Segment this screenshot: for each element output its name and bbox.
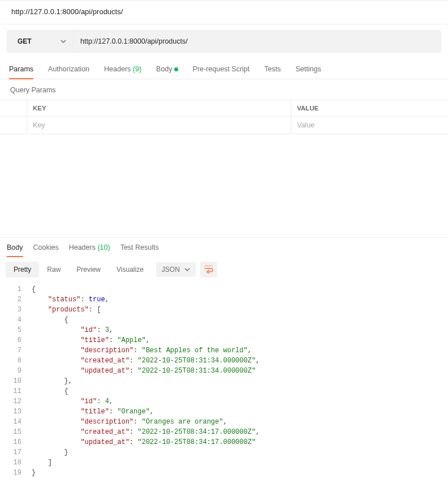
- code-text: },: [32, 376, 72, 386]
- code-line: 9 "updated_at": "2022-10-25T08:31:34.000…: [0, 366, 448, 376]
- line-number: 7: [0, 345, 32, 356]
- code-text: "description": "Oranges are orange",: [32, 417, 227, 427]
- line-number: 2: [0, 294, 32, 305]
- line-number: 6: [0, 335, 32, 345]
- view-visualize-button[interactable]: Visualize: [109, 262, 152, 277]
- line-number: 18: [0, 458, 32, 468]
- code-line: 14 "description": "Oranges are orange",: [0, 417, 448, 427]
- code-text: "id": 4,: [32, 396, 113, 407]
- view-raw-button[interactable]: Raw: [39, 262, 68, 277]
- wrap-icon: [204, 266, 213, 274]
- resp-tab-testresults-label: Test Results: [120, 244, 159, 251]
- key-header: KEY: [27, 100, 291, 116]
- code-line: 2 "status": true,: [0, 294, 448, 305]
- code-line: 19}: [0, 468, 448, 478]
- tab-authorization[interactable]: Authorization: [48, 61, 89, 79]
- code-line: 1{: [0, 284, 448, 294]
- line-number: 4: [0, 315, 32, 325]
- query-params-empty-row[interactable]: Key Value: [0, 117, 448, 134]
- tab-headers-count: (9): [133, 65, 141, 73]
- row-handle: [0, 117, 27, 134]
- code-text: }: [32, 468, 36, 478]
- view-preview-button[interactable]: Preview: [68, 262, 109, 277]
- view-pretty-button[interactable]: Pretty: [6, 262, 39, 277]
- tab-authorization-label: Authorization: [48, 65, 89, 73]
- code-text: {: [32, 386, 68, 396]
- line-number: 10: [0, 376, 32, 386]
- row-handle: [0, 100, 27, 116]
- tab-body[interactable]: Body: [156, 61, 178, 79]
- code-text: {: [32, 284, 36, 294]
- resp-tab-body-label: Body: [7, 244, 23, 251]
- format-select-label: JSON: [162, 266, 180, 274]
- resp-tab-cookies[interactable]: Cookies: [33, 238, 59, 257]
- response-tabs: Body Cookies Headers (10) Test Results: [0, 238, 448, 257]
- code-line: 5 "id": 3,: [0, 325, 448, 335]
- format-select[interactable]: JSON: [156, 262, 196, 277]
- url-input[interactable]: [80, 37, 434, 45]
- tab-headers[interactable]: Headers (9): [104, 61, 141, 79]
- code-text: "created_at": "2022-10-25T08:31:34.00000…: [32, 356, 260, 366]
- request-tab-title: http://127.0.0.1:8000/api/products/: [0, 0, 448, 24]
- response-code[interactable]: 1{2 "status": true,3 "products": [4 {5 "…: [0, 282, 448, 485]
- query-params-header-row: KEY VALUE: [0, 100, 448, 117]
- resp-tab-headers[interactable]: Headers (10): [69, 238, 110, 257]
- tab-settings-label: Settings: [295, 65, 321, 73]
- tab-tests-label: Tests: [264, 65, 281, 73]
- code-text: "title": "Apple",: [32, 335, 150, 345]
- tab-title-text: http://127.0.0.1:8000/api/products/: [11, 7, 123, 16]
- code-text: "title": "Orange",: [32, 407, 154, 417]
- resp-tab-headers-label: Headers: [69, 244, 96, 251]
- query-params-table: KEY VALUE Key Value: [0, 100, 448, 134]
- response-panel: Body Cookies Headers (10) Test Results P…: [0, 237, 448, 485]
- resp-tab-testresults[interactable]: Test Results: [120, 238, 159, 257]
- code-text: "created_at": "2022-10-25T08:34:17.00000…: [32, 427, 260, 437]
- wrap-lines-button[interactable]: [200, 262, 217, 277]
- code-line: 18 ]: [0, 458, 448, 468]
- line-number: 11: [0, 386, 32, 396]
- tab-params-label: Params: [9, 65, 33, 73]
- tab-prerequest[interactable]: Pre-request Script: [193, 61, 250, 79]
- code-line: 4 {: [0, 315, 448, 325]
- line-number: 13: [0, 407, 32, 417]
- tab-settings[interactable]: Settings: [295, 61, 321, 79]
- tab-body-label: Body: [156, 65, 173, 73]
- request-row: GET: [7, 30, 441, 53]
- code-line: 6 "title": "Apple",: [0, 335, 448, 345]
- code-text: ]: [32, 458, 52, 468]
- code-text: "updated_at": "2022-10-25T08:34:17.00000…: [32, 437, 256, 447]
- line-number: 9: [0, 366, 32, 376]
- code-line: 15 "created_at": "2022-10-25T08:34:17.00…: [0, 427, 448, 437]
- value-header: VALUE: [291, 100, 448, 116]
- value-input[interactable]: Value: [291, 117, 448, 134]
- code-line: 10 },: [0, 376, 448, 386]
- tab-headers-label: Headers: [104, 65, 131, 73]
- resp-tab-body[interactable]: Body: [7, 238, 23, 257]
- tab-params[interactable]: Params: [9, 61, 33, 79]
- code-line: 16 "updated_at": "2022-10-25T08:34:17.00…: [0, 437, 448, 447]
- line-number: 1: [0, 284, 32, 294]
- line-number: 3: [0, 305, 32, 315]
- code-line: 3 "products": [: [0, 305, 448, 315]
- http-method-select[interactable]: GET: [7, 31, 74, 52]
- line-number: 15: [0, 427, 32, 437]
- resp-tab-headers-count: (10): [97, 244, 110, 251]
- code-line: 17 }: [0, 447, 448, 458]
- code-line: 13 "title": "Orange",: [0, 407, 448, 417]
- line-number: 16: [0, 437, 32, 447]
- line-number: 14: [0, 417, 32, 427]
- code-text: "status": true,: [32, 294, 109, 305]
- line-number: 5: [0, 325, 32, 335]
- code-text: }: [32, 447, 68, 458]
- url-field-wrap: [74, 31, 441, 52]
- code-text: "description": "Best Apples of the world…: [32, 345, 252, 356]
- chevron-down-icon: [61, 39, 66, 44]
- http-method-label: GET: [18, 37, 32, 45]
- dot-icon: [174, 67, 178, 71]
- key-input[interactable]: Key: [27, 117, 291, 134]
- code-text: "id": 3,: [32, 325, 113, 335]
- line-number: 19: [0, 468, 32, 478]
- code-line: 12 "id": 4,: [0, 396, 448, 407]
- request-tabs: Params Authorization Headers (9) Body Pr…: [0, 61, 448, 79]
- tab-tests[interactable]: Tests: [264, 61, 281, 79]
